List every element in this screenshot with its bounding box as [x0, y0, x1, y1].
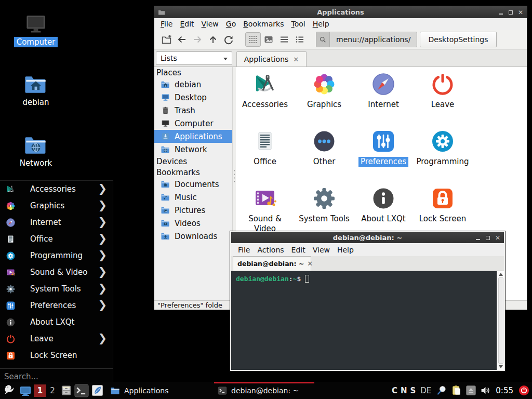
fm-tab-applications[interactable]: Applications ✕ [236, 51, 307, 66]
forward-button[interactable] [190, 32, 205, 47]
start-menu-item-label: Preferences [30, 301, 76, 310]
fm-menu-file[interactable]: File [157, 20, 176, 28]
lists-combo[interactable]: Lists [156, 51, 232, 65]
workspace-1-button[interactable]: 1 [34, 384, 46, 397]
scrollbar-thumb[interactable] [498, 277, 503, 364]
fm-menu-tool[interactable]: Tool [287, 20, 309, 28]
terminal-maximize-button[interactable] [485, 235, 490, 241]
sidebar-item-pictures[interactable]: Pictures [154, 204, 232, 217]
app-category-leave[interactable]: Leave [413, 69, 472, 126]
keyboard-layout-indicator[interactable]: DE [420, 386, 431, 395]
workspace-2-button[interactable]: 2 [47, 384, 58, 397]
screenshot-tray-icon[interactable] [436, 385, 447, 396]
terminal-minimize-button[interactable] [475, 235, 481, 241]
terminal-titlebar[interactable]: debian@debian: ~ ✕ [231, 232, 504, 243]
start-menu-item-about-lxqt[interactable]: About LXQt [0, 314, 113, 330]
compact-view-button[interactable] [276, 32, 292, 47]
start-menu-item-leave[interactable]: Leave ❯ [0, 330, 113, 347]
terminal-close-button[interactable]: ✕ [495, 235, 500, 241]
sidebar-item-applications[interactable]: Applications [154, 130, 232, 143]
desktop-icon-computer[interactable]: Computer [5, 12, 67, 47]
fm-menu-go[interactable]: Go [222, 20, 240, 28]
desktop-settings-button[interactable]: DesktopSettings [420, 32, 496, 47]
desktop-icon-network[interactable]: Network [5, 134, 67, 168]
app-category-internet[interactable]: Internet [354, 69, 413, 126]
removable-media-tray-icon[interactable] [465, 385, 476, 396]
terminal-launcher[interactable] [74, 382, 89, 399]
volume-tray-icon[interactable] [480, 385, 491, 396]
fm-tab-close-icon[interactable]: ✕ [293, 56, 299, 63]
sidebar-item-debian[interactable]: debian [154, 78, 232, 91]
sidebar-item-videos[interactable]: Videos [154, 217, 232, 230]
terminal-tab-close-icon[interactable]: ✕ [307, 260, 313, 268]
terminal-tab[interactable]: debian@debian: ~ ✕ [233, 256, 311, 271]
start-menu-item-graphics[interactable]: Graphics ❯ [0, 197, 113, 214]
app-category-programming[interactable]: Programming [413, 126, 472, 183]
detailed-view-button[interactable] [292, 32, 308, 47]
taskbar: 1 2 Applications debian@debian: ~ C N S … [0, 382, 532, 399]
start-menu-item-system-tools[interactable]: System Tools ❯ [0, 281, 113, 297]
app-category-label: Other [313, 157, 336, 167]
app-category-accessories[interactable]: Accessories [236, 69, 295, 126]
clock[interactable]: 0:55 [496, 386, 513, 395]
computer-icon [24, 12, 47, 35]
path-segment[interactable]: menu://applications/ [316, 32, 417, 47]
sidebar-item-network[interactable]: Network [154, 143, 232, 156]
terminal-menu-actions[interactable]: Actions [254, 246, 287, 254]
app-category-office[interactable]: Office [236, 126, 295, 183]
terminal-menu-edit[interactable]: Edit [288, 246, 309, 254]
terminal-scrollbar[interactable] [497, 271, 504, 370]
refresh-button[interactable] [221, 32, 236, 47]
fm-menu-edit[interactable]: Edit [176, 20, 197, 28]
desktop-icon-debian[interactable]: debian [5, 73, 67, 108]
app-category-graphics[interactable]: Graphics [295, 69, 354, 126]
app-category-label: Lock Screen [419, 214, 467, 224]
submenu-arrow-icon: ❯ [98, 184, 107, 193]
path-search-icon[interactable] [316, 32, 330, 47]
sidebar-item-downloads[interactable]: Downloads [154, 230, 232, 243]
prompt-colon: : [289, 275, 293, 283]
start-menu-item-lock-screen[interactable]: Lock Screen [0, 347, 113, 364]
clipboard-tray-icon[interactable] [450, 385, 462, 396]
sidebar-item-computer[interactable]: Computer [154, 117, 232, 130]
start-menu-item-internet[interactable]: Internet ❯ [0, 214, 113, 231]
task-terminal[interactable]: debian@debian: ~ [214, 382, 314, 399]
terminal-menu-help[interactable]: Help [334, 246, 357, 254]
app-category-other[interactable]: Other [295, 126, 354, 183]
featherpad-launcher[interactable] [89, 382, 105, 399]
start-menu-item-programming[interactable]: Programming ❯ [0, 247, 113, 264]
thumbnail-view-button[interactable] [261, 32, 276, 47]
fm-menu-view[interactable]: View [198, 20, 222, 28]
computer-mini-icon [161, 119, 170, 128]
sidebar-item-documents[interactable]: Documents [154, 178, 232, 191]
fm-maximize-button[interactable] [508, 10, 513, 15]
new-tab-button[interactable] [158, 32, 174, 47]
file-manager-launcher[interactable] [58, 382, 74, 399]
cat-leave-icon [430, 72, 455, 97]
power-tray-icon[interactable] [518, 385, 529, 396]
fm-menu-bookmarks[interactable]: Bookmarks [240, 20, 287, 28]
back-button[interactable] [174, 32, 190, 47]
app-category-preferences[interactable]: Preferences [354, 126, 413, 183]
terminal-menu-file[interactable]: File [234, 246, 254, 254]
start-menu-item-office[interactable]: Office ❯ [0, 231, 113, 247]
start-menu-item-sound-video[interactable]: Sound & Video ❯ [0, 264, 113, 281]
scrollbar-down-icon[interactable] [499, 365, 503, 368]
start-menu-button[interactable] [0, 382, 18, 399]
up-button[interactable] [205, 32, 221, 47]
start-menu-item-accessories[interactable]: Accessories ❯ [0, 181, 113, 197]
terminal-menu-view[interactable]: View [309, 246, 334, 254]
icon-view-button[interactable] [245, 32, 261, 47]
fm-titlebar[interactable]: Applications ✕ [154, 6, 527, 18]
fm-menu-help[interactable]: Help [309, 20, 333, 28]
fm-minimize-button[interactable] [498, 10, 503, 15]
start-menu-item-preferences[interactable]: Preferences ❯ [0, 297, 113, 314]
sidebar-item-music[interactable]: Music [154, 191, 232, 204]
fm-close-button[interactable]: ✕ [518, 10, 523, 15]
show-desktop-button[interactable] [18, 382, 33, 399]
sidebar-item-trash[interactable]: Trash [154, 104, 232, 117]
task-applications[interactable]: Applications [107, 382, 207, 399]
sidebar-item-desktop[interactable]: Desktop [154, 91, 232, 104]
scrollbar-up-icon[interactable] [499, 273, 503, 276]
terminal-body[interactable]: debian@debian:~$ [231, 271, 504, 370]
